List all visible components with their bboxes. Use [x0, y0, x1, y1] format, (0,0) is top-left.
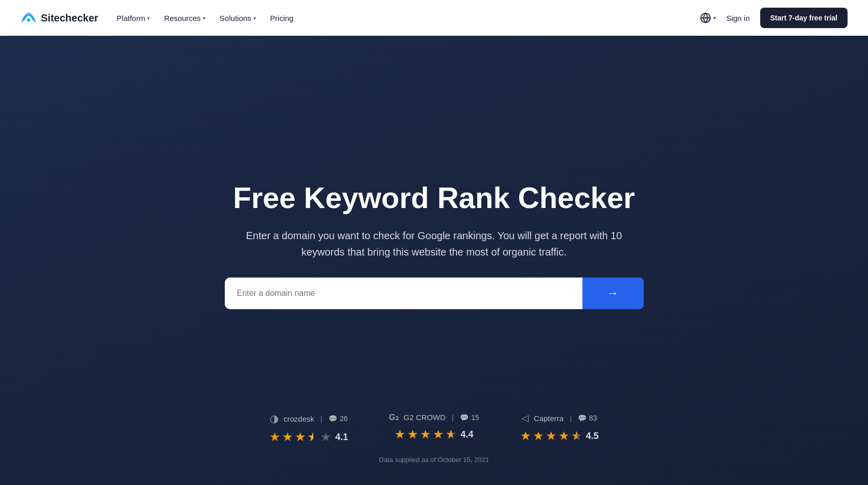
star-3: ★ — [420, 427, 431, 442]
signin-button[interactable]: Sign in — [726, 14, 750, 22]
star-2: ★ — [282, 430, 293, 444]
g2crowd-brand: G₂ G2 CROWD | 💬 15 — [389, 412, 479, 422]
star-3: ★ — [546, 429, 557, 443]
platform-chevron-icon: ▾ — [147, 15, 150, 21]
nav-platform[interactable]: Platform ▾ — [116, 14, 150, 22]
globe-chevron-icon: ▾ — [713, 15, 716, 21]
star-half: ★ ★ — [445, 427, 457, 442]
navbar-left: Sitechecker Platform ▾ Resources ▾ Solut… — [20, 12, 293, 24]
star-3: ★ — [295, 430, 306, 444]
arrow-right-icon: → — [607, 287, 619, 300]
capterra-stars: ★ ★ ★ ★ ★ ★ 4.5 — [520, 429, 599, 443]
rating-g2crowd: G₂ G2 CROWD | 💬 15 ★ ★ ★ ★ ★ ★ 4.4 — [389, 412, 479, 442]
hero-title: Free Keyword Rank Checker — [233, 181, 635, 215]
hero-content: Free Keyword Rank Checker Enter a domain… — [0, 181, 868, 309]
g2crowd-review-count: 💬 15 — [460, 413, 479, 422]
hero-section: Free Keyword Rank Checker Enter a domain… — [0, 0, 868, 485]
g2crowd-logo-icon: G₂ — [389, 412, 398, 422]
trial-button[interactable]: Start 7-day free trial — [760, 8, 848, 28]
nav-pricing[interactable]: Pricing — [270, 14, 294, 22]
star-1: ★ — [394, 427, 406, 442]
svg-point-0 — [27, 18, 30, 21]
star-4: ★★ — [308, 430, 319, 444]
rating-capterra: ◁ Capterra | 💬 83 ★ ★ ★ ★ ★ ★ 4.5 — [520, 412, 599, 443]
g2crowd-score: 4.4 — [460, 429, 473, 440]
g2crowd-label: G2 CROWD — [404, 413, 446, 422]
chat-icon: 💬 — [329, 414, 337, 423]
crozdesk-stars: ★ ★ ★ ★★ ★ 4.1 — [269, 430, 348, 444]
star-1: ★ — [520, 429, 531, 443]
star-2: ★ — [407, 427, 418, 442]
star-half: ★ ★ — [571, 429, 582, 443]
data-note: Data supplied as of October 15, 2021 — [379, 456, 489, 464]
navbar-right: ▾ Sign in Start 7-day free trial — [700, 8, 848, 28]
star-1: ★ — [269, 430, 280, 444]
star-4: ★ — [433, 427, 444, 442]
logo-text: Sitechecker — [41, 12, 98, 24]
resources-chevron-icon: ▾ — [203, 15, 205, 21]
crozdesk-label: crozdesk — [284, 414, 314, 423]
navbar: Sitechecker Platform ▾ Resources ▾ Solut… — [0, 0, 868, 36]
solutions-chevron-icon: ▾ — [253, 15, 256, 21]
capterra-review-count: 💬 83 — [578, 414, 597, 422]
crozdesk-score: 4.1 — [335, 432, 348, 443]
g2crowd-stars: ★ ★ ★ ★ ★ ★ 4.4 — [394, 427, 473, 442]
ratings-section: ◑ crozdesk | 💬 26 ★ ★ ★ ★★ ★ 4.1 — [269, 412, 599, 444]
hero-subtitle: Enter a domain you want to check for Goo… — [235, 227, 634, 260]
capterra-label: Capterra — [534, 414, 564, 423]
rating-crozdesk: ◑ crozdesk | 💬 26 ★ ★ ★ ★★ ★ 4.1 — [269, 412, 348, 444]
crozdesk-logo-icon: ◑ — [270, 412, 278, 425]
capterra-score: 4.5 — [586, 431, 599, 442]
capterra-logo-icon: ◁ — [522, 412, 529, 424]
logo[interactable]: Sitechecker — [20, 12, 98, 24]
chat-icon: 💬 — [578, 414, 587, 422]
star-2: ★ — [533, 429, 544, 443]
domain-search-input[interactable] — [225, 278, 582, 309]
logo-icon — [20, 12, 37, 24]
search-bar: → — [225, 278, 644, 309]
capterra-brand: ◁ Capterra | 💬 83 — [522, 412, 597, 424]
star-4: ★ — [558, 429, 570, 443]
globe-icon — [700, 12, 711, 24]
nav-solutions[interactable]: Solutions ▾ — [220, 14, 256, 22]
language-selector[interactable]: ▾ — [700, 12, 716, 24]
star-empty: ★ — [320, 430, 332, 444]
chat-icon: 💬 — [460, 413, 468, 422]
nav-links: Platform ▾ Resources ▾ Solutions ▾ Prici… — [116, 14, 293, 22]
search-submit-button[interactable]: → — [582, 278, 644, 309]
crozdesk-brand: ◑ crozdesk | 💬 26 — [270, 412, 348, 425]
nav-resources[interactable]: Resources ▾ — [164, 14, 205, 22]
crozdesk-review-count: 💬 26 — [329, 414, 348, 423]
